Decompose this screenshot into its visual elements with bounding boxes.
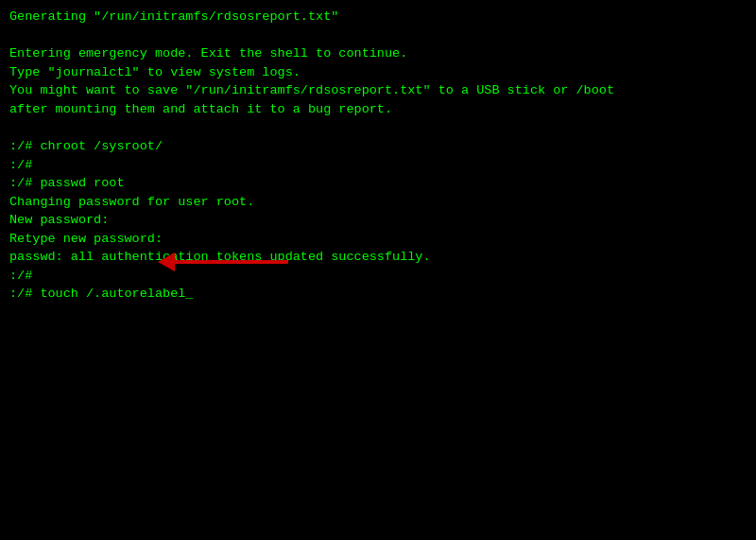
terminal-line: Generating "/run/initramfs/rdsosreport.t… bbox=[9, 8, 747, 26]
terminal-line-prompt1: :/# bbox=[9, 156, 747, 175]
terminal-line-chroot: :/# chroot /sysroot/ bbox=[9, 137, 747, 156]
arrow-indicator bbox=[175, 260, 288, 264]
terminal-line-retype: Retype new password: bbox=[9, 230, 747, 249]
arrow-body bbox=[175, 260, 288, 264]
terminal-line-touch: :/# touch /.autorelabel_ bbox=[9, 285, 747, 304]
terminal-line-prompt2: :/# bbox=[9, 267, 747, 286]
terminal-line-changing: Changing password for user root. bbox=[9, 193, 747, 212]
blank-line-2 bbox=[9, 118, 747, 137]
terminal-line-emergency: Entering emergency mode. Exit the shell … bbox=[9, 44, 747, 63]
blank-line-1 bbox=[9, 26, 747, 45]
terminal-window: Generating "/run/initramfs/rdsosreport.t… bbox=[0, 0, 756, 540]
terminal-line-save: You might want to save "/run/initramfs/r… bbox=[9, 81, 747, 100]
terminal-line-journalctl: Type "journalctl" to view system logs. bbox=[9, 63, 747, 82]
terminal-line-after: after mounting them and attach it to a b… bbox=[9, 100, 747, 119]
terminal-line-passwd: :/# passwd root bbox=[9, 174, 747, 193]
arrow-head bbox=[158, 253, 175, 271]
terminal-line-auth: passwd: all authentication tokens update… bbox=[9, 248, 747, 267]
terminal-line-new-password: New password: bbox=[9, 211, 747, 230]
